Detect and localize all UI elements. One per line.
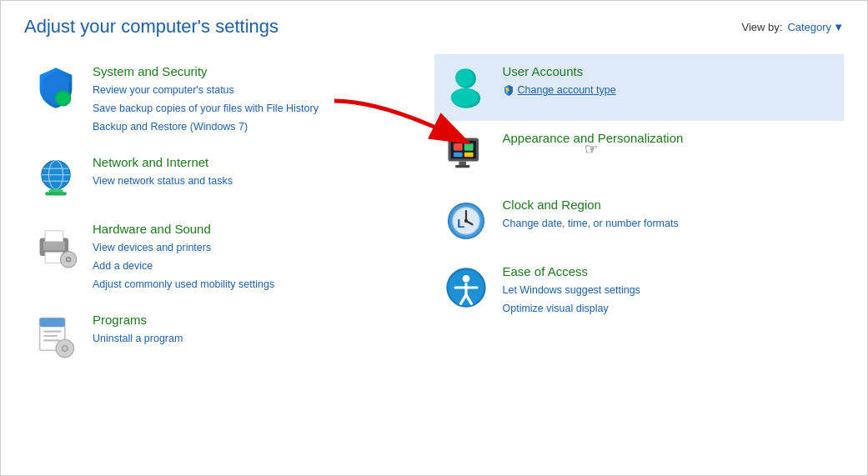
svg-point-15 xyxy=(67,258,69,261)
devices-printers-link[interactable]: View devices and printers xyxy=(93,239,274,256)
ease-icon xyxy=(443,264,489,311)
appearance-text: Appearance and Personalization xyxy=(503,131,684,147)
backup-restore-link[interactable]: Backup and Restore (Windows 7) xyxy=(93,118,319,135)
view-by-label: View by: xyxy=(741,21,782,33)
left-column: System and Security Review your computer… xyxy=(24,54,434,369)
view-by-dropdown[interactable]: Category ▼ xyxy=(787,21,844,33)
network-status-link[interactable]: View network status and tasks xyxy=(93,173,233,189)
page-title: Adjust your computer's settings xyxy=(24,16,278,38)
view-by-control: View by: Category ▼ xyxy=(741,21,844,33)
category-network-internet[interactable]: Network and Internet View network status… xyxy=(24,145,434,212)
user-accounts-text: User Accounts Change ac xyxy=(503,64,616,98)
svg-point-26 xyxy=(455,68,474,87)
page-header: Adjust your computer's settings View by:… xyxy=(1,1,867,46)
globe-icon xyxy=(33,155,79,202)
svg-rect-8 xyxy=(45,192,67,195)
hardware-sound-title: Hardware and Sound xyxy=(93,222,274,236)
svg-point-1 xyxy=(57,92,69,104)
right-column: User Accounts Change ac xyxy=(434,54,845,369)
category-system-security[interactable]: System and Security Review your computer… xyxy=(24,54,434,145)
clock-icon: L xyxy=(443,198,489,244)
suggest-settings-link[interactable]: Let Windows suggest settings xyxy=(503,282,640,298)
category-ease-of-access[interactable]: Ease of Access Let Windows suggest setti… xyxy=(434,254,845,327)
category-programs[interactable]: Programs Uninstall a program xyxy=(24,303,434,369)
clock-region-title: Clock and Region xyxy=(503,198,679,212)
svg-rect-17 xyxy=(40,318,65,327)
add-device-link[interactable]: Add a device xyxy=(93,258,274,274)
change-account-type-link[interactable]: Change account type xyxy=(518,82,616,98)
svg-rect-36 xyxy=(464,153,473,157)
svg-rect-18 xyxy=(43,331,62,333)
uninstall-link[interactable]: Uninstall a program xyxy=(93,330,183,347)
category-clock-region[interactable]: L Clock and Region Change date, time, or… xyxy=(434,188,845,254)
programs-text: Programs Uninstall a program xyxy=(93,313,183,347)
mobility-settings-link[interactable]: Adjust commonly used mobility settings xyxy=(93,276,274,293)
appearance-title: Appearance and Personalization xyxy=(503,131,684,145)
svg-rect-34 xyxy=(464,143,473,151)
printer-icon xyxy=(33,222,79,268)
system-security-text: System and Security Review your computer… xyxy=(93,64,319,135)
date-time-link[interactable]: Change date, time, or number formats xyxy=(503,215,679,232)
svg-rect-30 xyxy=(505,88,509,90)
ease-of-access-title: Ease of Access xyxy=(503,264,640,278)
svg-text:L: L xyxy=(457,216,464,230)
network-internet-text: Network and Internet View network status… xyxy=(93,155,233,189)
svg-point-23 xyxy=(63,347,67,350)
user-accounts-title: User Accounts xyxy=(503,64,616,78)
user-accounts-icon xyxy=(443,64,489,111)
svg-rect-20 xyxy=(43,339,59,341)
chevron-down-icon: ▼ xyxy=(833,21,844,33)
programs-icon xyxy=(33,313,79,359)
file-history-link[interactable]: Save backup copies of your files with Fi… xyxy=(93,100,319,117)
svg-rect-29 xyxy=(506,89,508,93)
category-user-accounts[interactable]: User Accounts Change ac xyxy=(434,54,845,121)
review-status-link[interactable]: Review your computer's status xyxy=(93,82,319,98)
main-content: System and Security Review your computer… xyxy=(1,46,867,378)
svg-point-44 xyxy=(464,219,467,223)
svg-rect-11 xyxy=(45,231,63,242)
programs-title: Programs xyxy=(93,313,183,327)
svg-point-27 xyxy=(450,88,477,107)
svg-rect-35 xyxy=(453,153,462,157)
category-hardware-sound[interactable]: Hardware and Sound View devices and prin… xyxy=(24,212,434,303)
uac-shield-icon xyxy=(503,84,514,96)
shield-icon xyxy=(33,64,79,111)
svg-rect-19 xyxy=(43,335,58,337)
svg-point-48 xyxy=(462,275,469,283)
network-internet-title: Network and Internet xyxy=(93,155,233,169)
appearance-icon xyxy=(443,131,489,178)
svg-rect-10 xyxy=(43,242,65,251)
svg-rect-38 xyxy=(455,165,469,168)
category-appearance[interactable]: Appearance and Personalization xyxy=(434,121,845,188)
visual-display-link[interactable]: Optimize visual display xyxy=(503,300,640,317)
svg-rect-33 xyxy=(453,143,462,151)
system-security-title: System and Security xyxy=(93,64,319,78)
hardware-sound-text: Hardware and Sound View devices and prin… xyxy=(93,222,274,293)
ease-of-access-text: Ease of Access Let Windows suggest setti… xyxy=(503,264,640,317)
clock-region-text: Clock and Region Change date, time, or n… xyxy=(503,198,679,232)
